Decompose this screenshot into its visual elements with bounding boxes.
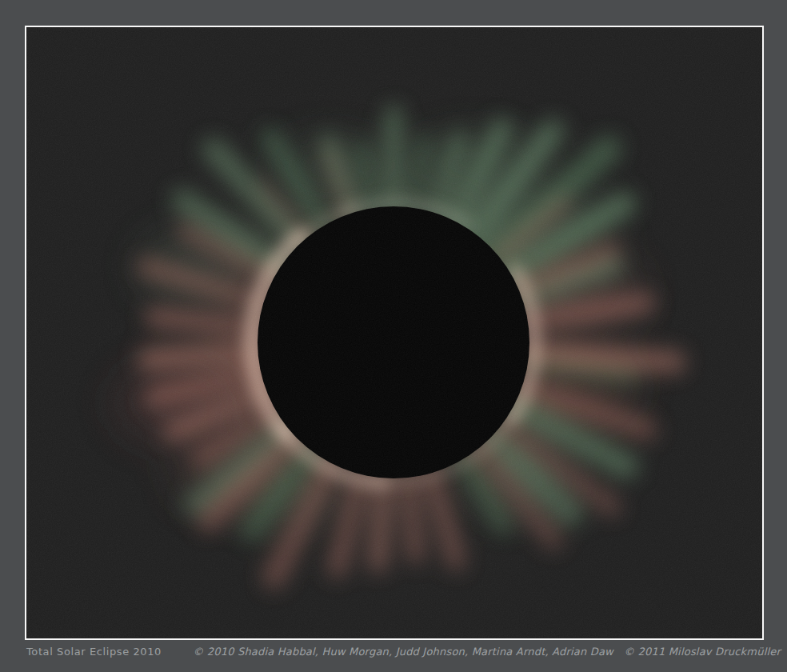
photo-credit: © 2010 Shadia Habbal, Huw Morgan, Judd J… xyxy=(193,646,781,658)
film-grain-dark xyxy=(26,27,762,638)
caption: Total Solar Eclipse 2010 © 2010 Shadia H… xyxy=(26,646,781,658)
page: Total Solar Eclipse 2010 © 2010 Shadia H… xyxy=(0,0,787,672)
credit-2011: © 2011 Miloslav Druckmüller xyxy=(624,646,781,658)
photo-frame xyxy=(25,26,764,640)
credit-2010: © 2010 Shadia Habbal, Huw Morgan, Judd J… xyxy=(193,646,613,658)
photo-title: Total Solar Eclipse 2010 xyxy=(26,646,162,658)
eclipse-photo xyxy=(26,27,762,638)
